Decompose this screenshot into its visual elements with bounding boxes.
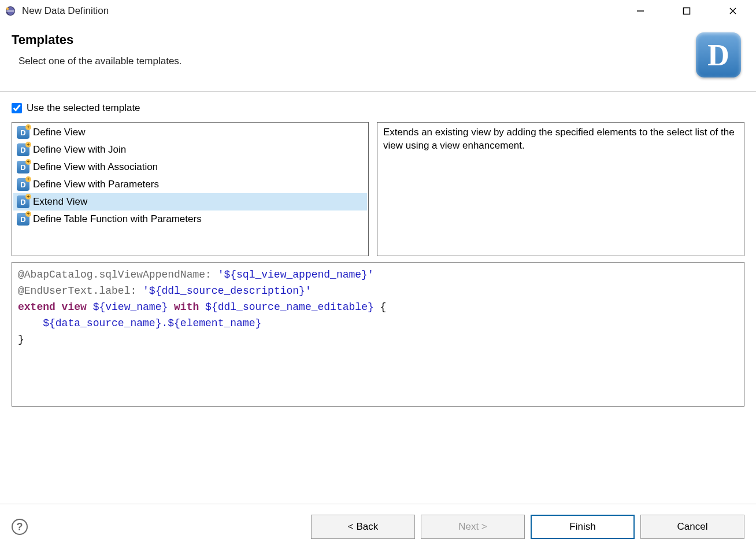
data-definition-item-icon: D [17,195,29,208]
cancel-button[interactable]: Cancel [640,515,744,539]
page-subtitle: Select one of the available templates. [18,56,692,67]
template-list-item-label: Extend View [33,196,87,208]
finish-button[interactable]: Finish [531,515,635,539]
help-icon[interactable]: ? [12,519,28,535]
data-definition-item-icon: D [17,213,29,226]
template-description-panel: Extends an existing view by adding the s… [377,122,744,256]
code-preview: @AbapCatalog.sqlViewAppendName: '${sql_v… [12,262,744,407]
data-definition-item-icon: D [17,161,29,173]
next-button: Next > [421,515,525,539]
maximize-button[interactable] [664,0,710,22]
svg-rect-4 [684,8,690,14]
page-heading: Templates [12,32,692,47]
window-title: New Data Definition [22,5,617,17]
data-definition-item-icon: D [17,178,29,191]
template-list-item[interactable]: DDefine View with Join [13,141,367,158]
template-list-item[interactable]: DDefine Table Function with Parameters [13,210,367,228]
use-template-checkbox[interactable] [12,103,22,113]
template-list-item-label: Define View [33,127,85,138]
template-list-item-label: Define View with Parameters [33,179,159,190]
template-list-panel: DDefine ViewDDefine View with JoinDDefin… [12,122,369,256]
template-description: Extends an existing view by adding the s… [383,127,735,151]
minimize-button[interactable] [617,0,664,22]
data-definition-item-icon: D [17,126,29,139]
close-button[interactable] [710,0,756,22]
wizard-content: Use the selected template DDefine ViewDD… [0,92,756,504]
svg-point-2 [6,8,9,10]
wizard-header: Templates Select one of the available te… [0,22,756,92]
back-button[interactable]: < Back [311,515,415,539]
use-template-checkbox-row[interactable]: Use the selected template [12,102,744,114]
template-list-item-label: Define View with Join [33,144,126,156]
template-list-item[interactable]: DDefine View with Association [13,158,367,176]
template-list-item-label: Define Table Function with Parameters [33,213,202,225]
template-list-item[interactable]: DDefine View [13,124,367,141]
eclipse-icon [5,5,16,17]
template-list[interactable]: DDefine ViewDDefine View with JoinDDefin… [12,123,368,229]
titlebar: New Data Definition [0,0,756,22]
use-template-label: Use the selected template [27,102,140,114]
template-list-item[interactable]: DDefine View with Parameters [13,176,367,193]
data-definition-icon: D [696,32,741,77]
data-definition-item-icon: D [17,143,29,156]
template-list-item[interactable]: DExtend View [13,193,367,210]
wizard-footer: ? < Back Next > Finish Cancel [0,504,756,554]
template-list-item-label: Define View with Association [33,161,158,173]
window-controls [617,0,756,22]
